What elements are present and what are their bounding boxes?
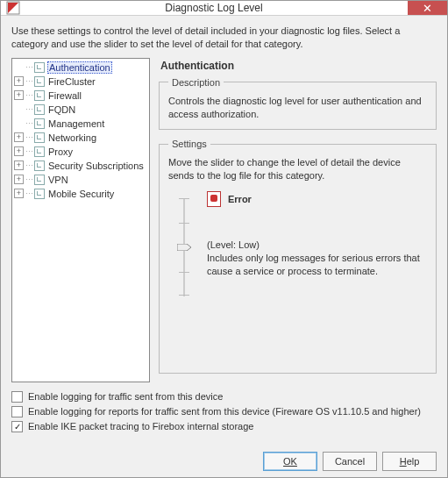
tree-item-firecluster[interactable]: +⋯ FireCluster: [14, 75, 147, 89]
slider-area: Error (Level: Low) Includes only log mes…: [175, 195, 427, 300]
node-icon: [34, 189, 45, 199]
checkbox-icon: [11, 391, 23, 403]
expand-icon[interactable]: +: [14, 146, 24, 156]
node-icon: [34, 175, 45, 185]
button-bar: OK Cancel Help: [1, 445, 447, 478]
expand-icon[interactable]: +: [14, 189, 24, 198]
help-rest: elp: [407, 456, 420, 467]
tree-item-proxy[interactable]: +⋯ Proxy: [14, 145, 147, 159]
settings-legend: Settings: [168, 139, 210, 149]
tree-item-management[interactable]: ⋯ Management: [14, 117, 147, 131]
tree-label: FQDN: [47, 104, 76, 115]
tree-item-vpn[interactable]: +⋯ VPN: [14, 173, 147, 187]
expand-icon[interactable]: +: [14, 175, 24, 184]
expand-icon[interactable]: +: [14, 76, 24, 86]
tree-label: Networking: [47, 132, 97, 143]
titlebar: Diagnostic Log Level ✕: [1, 1, 447, 16]
settings-group: Settings Move the slider to change the l…: [159, 139, 437, 373]
content-area: Use these settings to control the level …: [1, 16, 447, 445]
detail-pane: Authentication Description Controls the …: [159, 58, 437, 382]
node-icon: [34, 90, 45, 101]
tree-label: Management: [47, 118, 105, 129]
tree-label: Authentication: [47, 61, 112, 74]
tree-label: VPN: [47, 175, 69, 185]
node-icon: [34, 104, 45, 115]
main-row: ⋯ Authentication +⋯ FireCluster +⋯ Firew…: [11, 58, 437, 382]
ok-button[interactable]: OK: [263, 452, 317, 471]
cancel-label: Cancel: [335, 456, 365, 467]
dialog-window: Diagnostic Log Level ✕ Use these setting…: [0, 0, 448, 478]
tree-item-security-subscriptions[interactable]: +⋯ Security Subscriptions: [14, 159, 147, 173]
tree-label: Security Subscriptions: [47, 161, 145, 171]
description-legend: Description: [168, 77, 224, 88]
close-button[interactable]: ✕: [408, 1, 447, 15]
checkbox-enable-reports-logging[interactable]: Enable logging for reports for traffic s…: [11, 406, 437, 417]
node-icon: [34, 161, 45, 171]
node-icon: [34, 62, 45, 73]
tree-item-fqdn[interactable]: ⋯ FQDN: [14, 103, 147, 117]
checkbox-label: Enable logging for reports for traffic s…: [28, 406, 421, 417]
app-icon: [6, 1, 20, 15]
tree-item-authentication[interactable]: ⋯ Authentication: [14, 61, 147, 75]
expand-icon[interactable]: +: [14, 132, 24, 142]
node-icon: [34, 118, 45, 129]
expand-icon[interactable]: +: [14, 161, 24, 170]
intro-text: Use these settings to control the level …: [11, 25, 437, 51]
checkbox-label: Enable IKE packet tracing to Firebox int…: [28, 421, 253, 432]
level-desc: Includes only log messages for serious e…: [207, 252, 420, 278]
checkbox-label: Enable logging for traffic sent from thi…: [28, 391, 223, 402]
tree-item-mobile-security[interactable]: +⋯ Mobile Security: [14, 187, 147, 201]
category-tree[interactable]: ⋯ Authentication +⋯ FireCluster +⋯ Firew…: [11, 58, 150, 382]
slider-thumb[interactable]: [177, 244, 191, 251]
tree-label: Mobile Security: [47, 189, 115, 199]
category-heading: Authentication: [160, 60, 437, 72]
settings-text: Move the slider to change the level of d…: [168, 156, 427, 182]
cancel-button[interactable]: Cancel: [323, 452, 377, 471]
tree-label: Firewall: [47, 90, 82, 101]
expand-icon[interactable]: +: [14, 90, 24, 100]
node-icon: [34, 132, 45, 143]
error-icon: [207, 191, 221, 207]
level-description-block: (Level: Low) Includes only log messages …: [207, 239, 427, 278]
tree-label: Proxy: [47, 146, 74, 157]
checkbox-enable-ike-tracing[interactable]: ✓ Enable IKE packet tracing to Firebox i…: [11, 421, 437, 432]
level-name-row: Error: [207, 191, 252, 207]
window-title: Diagnostic Log Level: [20, 2, 408, 14]
log-level-slider[interactable]: [175, 195, 193, 300]
tree-label: FireCluster: [47, 76, 96, 87]
checkbox-icon: [11, 406, 23, 417]
checkbox-icon: ✓: [11, 421, 23, 432]
node-icon: [34, 76, 45, 87]
node-icon: [34, 146, 45, 157]
tree-item-firewall[interactable]: +⋯ Firewall: [14, 89, 147, 103]
tree-item-networking[interactable]: +⋯ Networking: [14, 131, 147, 145]
description-group: Description Controls the diagnostic log …: [159, 77, 437, 131]
description-text: Controls the diagnostic log level for us…: [168, 95, 427, 121]
slider-labels: Error (Level: Low) Includes only log mes…: [207, 195, 427, 300]
level-name: Error: [228, 194, 252, 204]
close-icon: ✕: [423, 2, 432, 15]
svg-marker-2: [177, 244, 191, 251]
level-tag: (Level: Low): [207, 239, 420, 252]
help-button[interactable]: Help: [382, 452, 437, 471]
checkbox-enable-traffic-logging[interactable]: Enable logging for traffic sent from thi…: [11, 391, 437, 403]
